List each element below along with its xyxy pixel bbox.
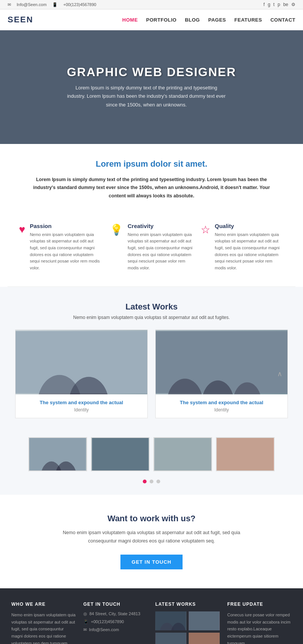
svg-rect-3: [16, 331, 147, 393]
hero-title: GRAPHIC WEB DESIGNER: [67, 65, 236, 79]
dot-1[interactable]: [143, 480, 147, 483]
feature-passion-content: Passion Nemo enim ipsam voluptatem quia …: [30, 223, 102, 272]
email-icon-footer: ✉: [83, 627, 87, 632]
creativity-icon: 💡: [110, 223, 123, 272]
work-card-2[interactable]: The system and expound the actual Identi…: [155, 330, 288, 418]
nav-blog[interactable]: BLOG: [185, 17, 200, 23]
quality-icon: ☆: [201, 223, 210, 272]
dot-2[interactable]: [150, 480, 153, 483]
scroll-up-icon[interactable]: ∧: [277, 370, 282, 378]
hero-section: GRAPHIC WEB DESIGNER Lorem Ipsum is simp…: [0, 30, 303, 144]
site-logo: SEEN: [8, 15, 33, 25]
work-image-1: [16, 330, 147, 394]
facebook-icon[interactable]: f: [264, 2, 265, 7]
topbar-phone: +00(123)4567890: [63, 2, 96, 7]
work-card-2-label: Identity: [214, 407, 229, 413]
main-nav: SEEN HOME PORTFOLIO BLOG PAGES FEATURES …: [0, 9, 303, 30]
thumb-1[interactable]: [28, 437, 87, 471]
footer-phone-text: +00(123)4567890: [91, 619, 124, 624]
feature-quality-title: Quality: [215, 223, 284, 229]
footer-who-we-are: WHO WE ARE Nemo enim ipsam voluptatem qu…: [11, 602, 76, 644]
footer-work-thumb-4[interactable]: [189, 633, 220, 644]
footer-get-in-touch: GET IN TOUCH ◎ 84 Street, City, State 24…: [83, 602, 148, 644]
intro-body: Lorem Ipsum is simply dummy text of the …: [30, 176, 273, 200]
nav-portfolio[interactable]: PORTFOLIO: [146, 17, 176, 23]
social-links[interactable]: f g t p be ⚙: [264, 2, 295, 7]
svg-rect-15: [217, 438, 273, 470]
work-card-1[interactable]: The system and expound the actual Identi…: [15, 330, 148, 418]
footer-grid: WHO WE ARE Nemo enim ipsam voluptatem qu…: [11, 602, 292, 644]
topbar-email: Info@Seen.com: [17, 2, 47, 7]
thumbnail-row: [0, 433, 303, 475]
thumb-3[interactable]: [153, 437, 212, 471]
cta-heading: Want to work with us?: [15, 514, 288, 524]
feature-quality-body: Nemo enim ipsam voluptatem quia voluptas…: [215, 231, 284, 272]
works-subheading: Nemo enim ipsam voluptatem quia voluptas…: [15, 315, 288, 320]
footer-touch-heading: GET IN TOUCH: [83, 602, 148, 607]
work-card-1-text: The system and expound the actual Identi…: [16, 394, 147, 418]
footer-email: ✉ Info@Seen.com: [83, 627, 148, 632]
footer-address-text: 84 Street, City, State 24813: [89, 611, 140, 616]
footer-free-update: FREE UPDATE Conecus iure posae volor rem…: [227, 602, 292, 644]
nav-contact[interactable]: CONTACT: [270, 17, 295, 23]
footer-update-body: Conecus iure posae volor remped modis au…: [227, 611, 292, 644]
work-image-2: [156, 330, 287, 394]
footer-work-thumb-2[interactable]: [189, 611, 220, 630]
hero-body: Lorem Ipsum is simply dummy text of the …: [67, 84, 226, 109]
phone-icon: 📱: [52, 2, 58, 7]
location-icon: ◎: [83, 611, 87, 616]
top-bar: ✉ Info@Seen.com 📱 +00(123)4567890 f g t …: [0, 0, 303, 9]
nav-features[interactable]: FEATURES: [234, 17, 262, 23]
footer-who-body: Nemo enim ipsam voluptatem quia voluptas…: [11, 611, 76, 644]
carousel-dots: [0, 475, 303, 495]
work-card-1-title: The system and expound the actual: [21, 400, 142, 405]
twitter-icon[interactable]: t: [273, 2, 275, 7]
googleplus-icon[interactable]: g: [268, 2, 270, 7]
work-card-2-text: The system and expound the actual Identi…: [156, 394, 287, 418]
footer-address: ◎ 84 Street, City, State 24813: [83, 611, 148, 616]
works-heading: Latest Works: [15, 302, 288, 312]
work-card-2-title: The system and expound the actual: [161, 400, 282, 405]
svg-rect-20: [156, 633, 186, 644]
feature-quality-content: Quality Nemo enim ipsam voluptatem quia …: [215, 223, 284, 272]
svg-rect-21: [189, 633, 219, 644]
footer-latest-works: LATEST WORKS: [155, 602, 220, 644]
passion-icon: ♥: [19, 223, 25, 272]
footer: WHO WE ARE Nemo enim ipsam voluptatem qu…: [0, 588, 303, 644]
footer-work-thumb-1[interactable]: [155, 611, 186, 630]
settings-icon[interactable]: ⚙: [291, 2, 295, 7]
footer-phone: 📱 +00(123)4567890: [83, 619, 148, 624]
feature-passion: ♥ Passion Nemo enim ipsam voluptatem qui…: [19, 223, 102, 272]
thumb-2[interactable]: [91, 437, 150, 471]
footer-works-thumbs: [155, 611, 220, 644]
footer-email-text: Info@Seen.com: [89, 627, 119, 632]
feature-creativity-title: Creativity: [128, 223, 193, 229]
footer-update-heading: FREE UPDATE: [227, 602, 292, 607]
footer-works-heading: LATEST WORKS: [155, 602, 220, 607]
nav-pages[interactable]: PAGES: [208, 17, 226, 23]
get-in-touch-button[interactable]: GET IN TOUCH: [120, 555, 183, 569]
nav-home[interactable]: HOME: [122, 17, 138, 23]
feature-creativity: 💡 Creativity Nemo enim ipsam voluptatem …: [110, 223, 193, 272]
dot-3[interactable]: [156, 480, 160, 483]
cta-section: Want to work with us? Nemo enim ipsam vo…: [0, 495, 303, 588]
phone-icon-footer: 📱: [83, 619, 89, 624]
features-section: ♥ Passion Nemo enim ipsam voluptatem qui…: [0, 215, 303, 287]
intro-heading: Lorem ipsum dolor sit amet.: [30, 159, 273, 169]
works-section: Latest Works Nemo enim ipsam voluptatem …: [0, 287, 303, 433]
svg-rect-13: [92, 438, 148, 470]
hero-content: GRAPHIC WEB DESIGNER Lorem Ipsum is simp…: [59, 58, 244, 116]
work-card-1-label: Identity: [74, 407, 89, 413]
thumb-4[interactable]: [216, 437, 275, 471]
nav-links: HOME PORTFOLIO BLOG PAGES FEATURES CONTA…: [122, 17, 295, 23]
footer-who-heading: WHO WE ARE: [11, 602, 76, 607]
behance-icon[interactable]: be: [283, 2, 288, 7]
feature-creativity-content: Creativity Nemo enim ipsam voluptatem qu…: [128, 223, 193, 272]
works-grid: The system and expound the actual Identi…: [15, 330, 288, 418]
email-icon: ✉: [8, 2, 11, 7]
works-grid-wrapper: The system and expound the actual Identi…: [15, 330, 288, 418]
svg-rect-19: [189, 611, 219, 630]
footer-work-thumb-3[interactable]: [155, 633, 186, 644]
pinterest-icon[interactable]: p: [278, 2, 280, 7]
cta-body: Nemo enim ipsam voluptatem quia voluptas…: [57, 529, 246, 545]
